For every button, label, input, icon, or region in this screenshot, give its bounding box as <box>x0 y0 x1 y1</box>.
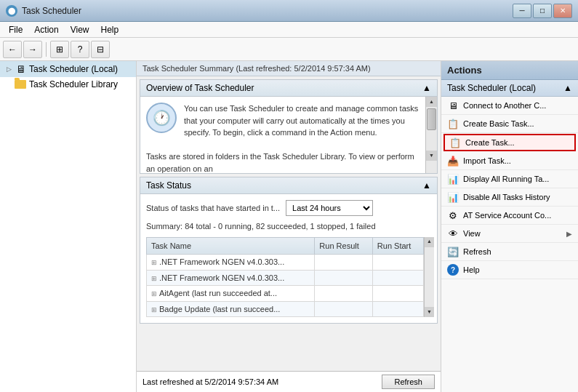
toolbar: ← → ⊞ ? ⊟ <box>0 38 578 61</box>
computer-icon: 🖥 <box>16 63 26 75</box>
overview-text: You can use Task Scheduler to create and… <box>146 104 418 173</box>
tree-item-library[interactable]: Task Scheduler Library <box>0 77 136 92</box>
scroll-down-btn[interactable]: ▼ <box>426 151 437 161</box>
task-table: Task Name Run Result Run Start ⊞.NET Fra… <box>146 237 424 318</box>
tree-label-library: Task Scheduler Library <box>29 79 118 89</box>
action-label: Refresh <box>463 247 491 256</box>
table-row[interactable]: ⊞.NET Framework NGEN v4.0.303... <box>147 255 424 271</box>
refresh-icon: 🔄 <box>447 246 459 257</box>
back-button[interactable]: ← <box>3 41 22 58</box>
task-status-section: Task Status ▲ Status of tasks that have … <box>140 177 438 324</box>
action-connect[interactable]: 🖥 Connect to Another C... <box>441 97 578 115</box>
scroll-thumb[interactable] <box>427 108 436 130</box>
task-table-wrapper: Task Name Run Result Run Start ⊞.NET Fra… <box>146 237 434 318</box>
table-row[interactable]: ⊞.NET Framework NGEN v4.0.303... <box>147 270 424 286</box>
action-label: Connect to Another C... <box>463 101 546 110</box>
title-bar: ⬤ Task Scheduler ─ □ ✕ <box>0 0 578 22</box>
maximize-button[interactable]: □ <box>533 4 552 18</box>
clock-icon: 🕐 <box>146 103 177 133</box>
task-status-title: Task Status <box>146 180 191 191</box>
refresh-button[interactable]: Refresh <box>382 375 435 389</box>
minimize-button[interactable]: ─ <box>513 4 531 18</box>
menu-help[interactable]: Help <box>95 23 125 36</box>
overview-body: 🕐 You can use Task Scheduler to create a… <box>140 97 437 173</box>
scroll-up-btn[interactable]: ▲ <box>426 97 437 107</box>
properties-button[interactable]: ⊟ <box>91 41 110 58</box>
overview-header[interactable]: Overview of Task Scheduler ▲ <box>140 80 437 97</box>
table-row[interactable]: ⊞Badge Update (last run succeed... <box>147 301 424 317</box>
status-header-row: Status of tasks that have started in t..… <box>146 200 434 216</box>
table-scroll-down[interactable]: ▼ <box>425 307 434 317</box>
task-name-cell: ⊞AitAgent (last run succeeded at... <box>147 286 315 302</box>
table-scrollbar[interactable]: ▲ ▼ <box>424 237 434 318</box>
run-result-cell <box>315 255 373 271</box>
col-run-result: Run Result <box>315 237 373 255</box>
expand-icon: ▷ <box>4 65 13 73</box>
action-disable-history[interactable]: 📊 Disable All Tasks History <box>441 188 578 207</box>
display-running-icon: 📊 <box>447 173 459 185</box>
time-range-dropdown[interactable]: Last 24 hours <box>286 200 373 216</box>
submenu-arrow: ▶ <box>566 230 572 238</box>
menu-file[interactable]: File <box>3 23 28 36</box>
right-panel: Actions Task Scheduler (Local) ▲ 🖥 Conne… <box>441 61 578 392</box>
status-summary: Summary: 84 total - 0 running, 82 succee… <box>146 220 434 233</box>
overview-section: Overview of Task Scheduler ▲ 🕐 You can u… <box>140 79 438 174</box>
action-import[interactable]: 📥 Import Task... <box>441 152 578 170</box>
import-icon: 📥 <box>447 155 459 167</box>
center-header: Task Scheduler Summary (Last refreshed: … <box>137 61 441 76</box>
action-label: Create Task... <box>465 138 515 147</box>
col-run-start: Run Start <box>372 237 423 255</box>
menu-action[interactable]: Action <box>28 23 64 36</box>
table-row[interactable]: ⊞AitAgent (last run succeeded at... <box>147 286 424 302</box>
create-task-icon: 📋 <box>449 137 461 148</box>
overview-title: Overview of Task Scheduler <box>146 83 254 93</box>
task-status-header[interactable]: Task Status ▲ <box>140 177 437 194</box>
close-button[interactable]: ✕ <box>553 4 572 18</box>
run-start-cell <box>372 286 423 302</box>
run-start-cell <box>372 255 423 271</box>
last-refreshed-text: Last refreshed at 5/2/2014 9:57:34 AM <box>143 377 278 386</box>
col-task-name: Task Name <box>147 237 315 255</box>
table-scroll-up[interactable]: ▲ <box>425 237 434 247</box>
action-label: Create Basic Task... <box>463 119 534 128</box>
action-label: Display All Running Ta... <box>463 175 549 183</box>
action-label: Help <box>463 265 480 274</box>
toolbar-separator <box>46 42 47 57</box>
forward-button[interactable]: → <box>23 41 42 58</box>
task-name-cell: ⊞.NET Framework NGEN v4.0.303... <box>147 255 315 271</box>
at-service-icon: ⚙ <box>447 209 459 221</box>
action-view[interactable]: 👁 View ▶ <box>441 225 578 243</box>
main-layout: ▷ 🖥 Task Scheduler (Local) Task Schedule… <box>0 61 578 392</box>
connect-icon: 🖥 <box>447 100 459 111</box>
action-help[interactable]: ? Help <box>441 261 578 279</box>
actions-header: Actions <box>441 61 578 80</box>
show-console-button[interactable]: ⊞ <box>50 41 69 58</box>
center-content: Overview of Task Scheduler ▲ 🕐 You can u… <box>137 76 441 371</box>
menu-view[interactable]: View <box>65 23 95 36</box>
task-name-cell: ⊞.NET Framework NGEN v4.0.303... <box>147 270 315 286</box>
collapse-icon-2: ▲ <box>422 180 431 191</box>
menu-bar: File Action View Help <box>0 22 578 38</box>
run-result-cell <box>315 301 373 317</box>
left-panel: ▷ 🖥 Task Scheduler (Local) Task Schedule… <box>0 61 137 392</box>
action-at-service[interactable]: ⚙ AT Service Account Co... <box>441 207 578 225</box>
help-button[interactable]: ? <box>71 41 89 58</box>
tree-label-local: Task Scheduler (Local) <box>29 64 118 74</box>
bottom-bar: Last refreshed at 5/2/2014 9:57:34 AM Re… <box>137 371 441 392</box>
run-result-cell <box>315 286 373 302</box>
window-controls: ─ □ ✕ <box>513 4 572 18</box>
action-label: AT Service Account Co... <box>463 211 551 220</box>
action-display-running[interactable]: 📊 Display All Running Ta... <box>441 170 578 188</box>
action-create-task[interactable]: 📋 Create Task... <box>443 134 576 151</box>
action-refresh[interactable]: 🔄 Refresh <box>441 243 578 261</box>
action-create-basic[interactable]: 📋 Create Basic Task... <box>441 115 578 133</box>
create-basic-icon: 📋 <box>447 118 459 129</box>
app-icon: ⬤ <box>6 5 17 17</box>
subheader-collapse-icon: ▲ <box>563 83 572 93</box>
disable-history-icon: 📊 <box>447 191 459 203</box>
collapse-icon: ▲ <box>422 83 431 93</box>
overview-scrollbar[interactable]: ▲ ▼ <box>425 97 437 173</box>
window-title: Task Scheduler <box>22 6 81 16</box>
tree-item-local[interactable]: ▷ 🖥 Task Scheduler (Local) <box>0 61 136 77</box>
view-icon: 👁 <box>447 228 459 239</box>
